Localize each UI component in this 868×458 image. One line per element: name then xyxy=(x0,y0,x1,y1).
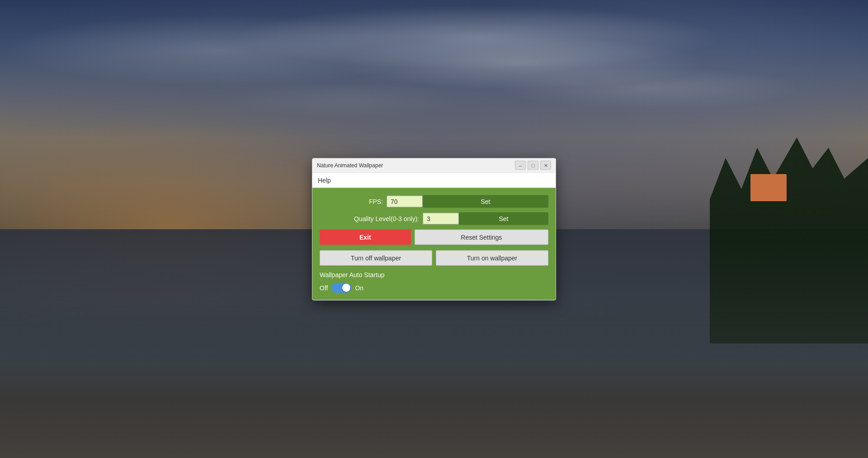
fps-input[interactable] xyxy=(387,195,423,207)
reset-settings-button[interactable]: Reset Settings xyxy=(415,229,548,245)
close-button[interactable]: ✕ xyxy=(540,161,551,170)
help-text: Help xyxy=(318,176,331,184)
exit-button[interactable]: Exit xyxy=(320,229,411,245)
toggle-off-label: Off xyxy=(320,284,328,291)
toggle-track xyxy=(331,283,351,293)
titlebar: Nature Animated Wallpaper – □ ✕ xyxy=(312,158,556,173)
wallpaper-toggle-row: Turn off wallpaper Turn on wallpaper xyxy=(320,250,548,265)
background-rocks xyxy=(0,366,868,458)
auto-startup-label: Wallpaper Auto Startup xyxy=(320,271,548,278)
minimize-button[interactable]: – xyxy=(515,161,526,170)
maximize-button[interactable]: □ xyxy=(528,161,538,170)
toggle-row: Off On xyxy=(320,283,548,293)
toggle-on-label: On xyxy=(355,284,363,291)
turn-on-wallpaper-button[interactable]: Turn on wallpaper xyxy=(436,250,548,265)
turn-off-wallpaper-button[interactable]: Turn off wallpaper xyxy=(320,250,432,265)
quality-set-button[interactable]: Set xyxy=(459,212,548,225)
quality-row: Quality Level(0-3 only): Set xyxy=(320,212,548,225)
toggle-thumb xyxy=(342,283,350,292)
quality-input[interactable] xyxy=(423,212,459,224)
fps-label: FPS: xyxy=(320,198,383,205)
auto-startup-toggle[interactable] xyxy=(331,283,351,293)
window-title: Nature Animated Wallpaper xyxy=(317,162,383,169)
quality-label: Quality Level(0-3 only): xyxy=(320,215,419,222)
help-bar: Help xyxy=(312,173,556,188)
fps-set-button[interactable]: Set xyxy=(423,195,548,208)
window-controls: – □ ✕ xyxy=(515,161,551,170)
fps-row: FPS: Set xyxy=(320,195,548,208)
background-house xyxy=(750,174,787,201)
app-window: Nature Animated Wallpaper – □ ✕ Help FPS… xyxy=(312,158,556,300)
exit-reset-row: Exit Reset Settings xyxy=(320,229,548,245)
main-content: FPS: Set Quality Level(0-3 only): Set Ex… xyxy=(312,188,556,300)
